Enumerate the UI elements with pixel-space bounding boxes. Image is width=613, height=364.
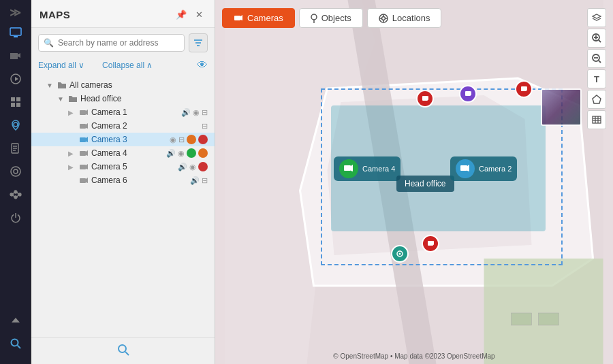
text-button[interactable]: T (587, 69, 606, 88)
sidebar-expand-btn[interactable]: ≫ (3, 4, 28, 20)
tree-node-head-office[interactable]: ▼ Head office (31, 92, 215, 105)
sidebar-item-nodes[interactable] (3, 184, 28, 205)
tree-node-all-cameras[interactable]: ▼ All cameras (31, 78, 215, 92)
badge-green (187, 148, 196, 158)
map-copyright: © OpenStreetMap • Map data ©2023 OpenStr… (333, 352, 494, 360)
sidebar-item-document[interactable] (3, 137, 28, 159)
svg-rect-7 (16, 103, 20, 107)
tree-node-camera-4[interactable]: ▶ Camera 4 🔊 ◉ (31, 146, 215, 160)
sidebar-item-circle[interactable] (3, 161, 28, 182)
badge-grid: ⊟ (178, 135, 185, 144)
svg-line-19 (13, 192, 14, 195)
layers-button[interactable] (587, 8, 606, 27)
svg-rect-86 (344, 165, 351, 171)
folder-icon (68, 95, 78, 103)
expand-row: Expand all ∨ Collapse all ∧ 👁 (31, 58, 215, 76)
svg-marker-70 (593, 95, 601, 103)
badge-grid: ⊟ (202, 108, 208, 117)
zoom-in-button[interactable] (587, 29, 606, 48)
sidebar-item-camera[interactable] (3, 45, 28, 67)
svg-point-16 (14, 191, 17, 193)
tree-node-camera-1[interactable]: ▶ Camera 1 🔊 ◉ ⊟ (31, 105, 215, 119)
camera-tree: ▼ All cameras ▼ Head office ▶ Camera 1 🔊… (31, 76, 215, 337)
close-button[interactable]: ✕ (191, 7, 206, 22)
visibility-toggle[interactable]: 👁 (197, 59, 208, 71)
svg-rect-48 (484, 259, 603, 364)
svg-point-57 (381, 16, 385, 20)
tree-node-camera-2[interactable]: ▶ Camera 2 ⊟ (31, 119, 215, 133)
camera-tab-icon (234, 14, 243, 22)
tab-cameras[interactable]: Cameras (222, 8, 295, 28)
svg-line-64 (599, 40, 601, 42)
sidebar-collapse-btn[interactable] (3, 310, 28, 331)
svg-marker-83 (433, 241, 434, 245)
svg-rect-31 (80, 124, 86, 129)
chevron-down-icon: ▼ (46, 82, 54, 89)
location-bubble-head-office: Head office (396, 176, 454, 192)
pin-purple-circle (459, 85, 477, 103)
svg-rect-39 (80, 178, 86, 183)
camera-icon (79, 150, 89, 157)
zoom-out-button[interactable] (587, 49, 606, 68)
svg-marker-3 (15, 77, 18, 81)
badge-red (198, 135, 208, 144)
svg-rect-35 (80, 151, 86, 156)
cam-marker-2[interactable]: Camera 2 (450, 156, 517, 181)
filter-button[interactable] (189, 33, 208, 52)
pin-teal-circle (391, 245, 409, 263)
polygon-button[interactable] (587, 90, 606, 109)
map-thumbnail (541, 88, 582, 126)
tree-node-camera-6[interactable]: ▶ Camera 6 🔊 ⊟ (31, 173, 215, 187)
footer-search-icon[interactable] (117, 344, 129, 359)
sidebar-item-monitor[interactable] (3, 22, 28, 44)
badge-view: ◉ (178, 149, 185, 158)
tab-objects[interactable]: Objects (299, 8, 363, 28)
tree-node-camera-3[interactable]: ▶ Camera 3 ◉ ⊟ (31, 133, 215, 146)
expand-all-link[interactable]: Expand all ∨ (38, 61, 84, 70)
svg-rect-76 (422, 96, 428, 101)
search-input[interactable] (38, 34, 185, 52)
svg-point-85 (399, 253, 401, 255)
svg-marker-77 (427, 96, 428, 100)
map-area[interactable]: Cameras Objects Locations T (215, 0, 613, 364)
sidebar-search-btn[interactable] (3, 333, 28, 354)
badge-red (198, 162, 208, 171)
collapse-all-link[interactable]: Collapse all ∧ (102, 61, 153, 70)
pin-camera3-top[interactable] (416, 90, 434, 107)
sidebar-item-power[interactable] (3, 207, 28, 229)
pin-purple-top[interactable] (459, 85, 477, 103)
camera-icon (79, 163, 89, 171)
pin-teal-bottom[interactable] (391, 245, 409, 263)
map-toolbar: Cameras Objects Locations (222, 8, 441, 28)
table-button[interactable] (587, 110, 606, 129)
svg-marker-40 (86, 178, 88, 183)
svg-rect-5 (16, 97, 20, 101)
svg-rect-78 (465, 91, 471, 96)
panel-footer (31, 337, 215, 364)
cam2-icon (456, 159, 475, 178)
svg-marker-34 (86, 137, 88, 142)
svg-rect-49 (512, 313, 532, 325)
sidebar: ≫ (0, 0, 31, 364)
badge-volume: 🔊 (166, 149, 176, 158)
svg-marker-87 (351, 165, 353, 171)
locations-tab-icon (379, 14, 388, 23)
badge-view: ◉ (193, 108, 200, 117)
svg-marker-89 (467, 165, 469, 171)
svg-marker-79 (470, 91, 471, 95)
sidebar-item-map[interactable] (3, 114, 28, 136)
sidebar-item-playback[interactable] (3, 68, 28, 90)
svg-point-15 (10, 193, 13, 196)
pin-red-bottom[interactable] (422, 235, 439, 252)
cam-marker-4[interactable]: Camera 4 (334, 156, 400, 181)
pin-button[interactable]: 📌 (174, 7, 189, 22)
tree-node-camera-5[interactable]: ▶ Camera 5 🔊 ◉ (31, 160, 215, 173)
folder-icon (57, 81, 67, 89)
svg-rect-6 (11, 103, 15, 107)
pin-red-top-right[interactable] (515, 80, 533, 98)
sidebar-item-grid[interactable] (3, 91, 28, 113)
chevron-down-icon: ▼ (57, 95, 65, 103)
cam4-icon (339, 159, 358, 178)
search-row: 🔍 (31, 28, 215, 58)
tab-locations[interactable]: Locations (367, 8, 442, 28)
